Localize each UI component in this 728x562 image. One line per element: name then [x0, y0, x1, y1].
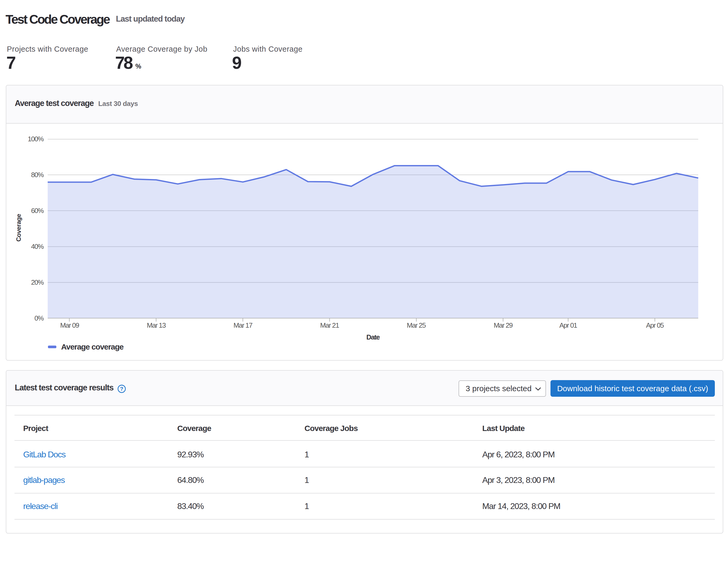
svg-text:?: ? [120, 386, 124, 392]
